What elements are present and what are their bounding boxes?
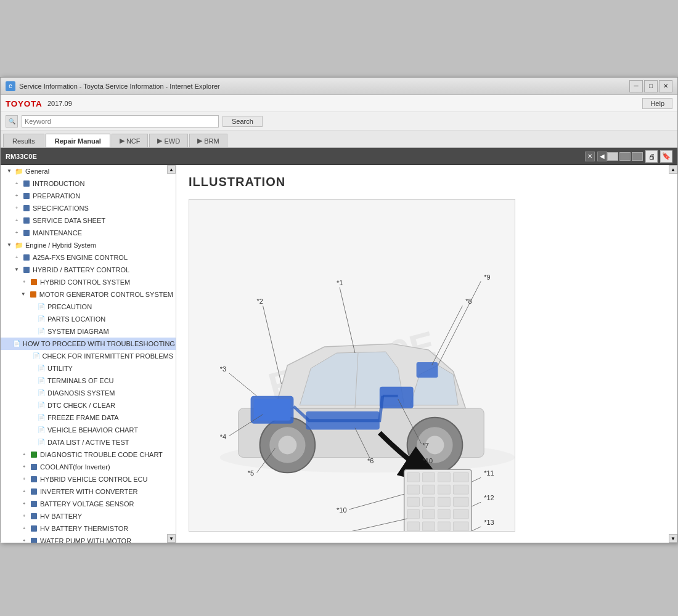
tree-node-vehicle-behavior[interactable]: 📄 VEHICLE BEHAVIOR CHART [1, 424, 176, 436]
bookmark-button[interactable]: 🔖 [660, 150, 672, 163]
doc-nav-back-button[interactable]: ◀ [597, 152, 607, 161]
icon-hv-battery-thermistor [29, 525, 39, 532]
icon-hv-battery [29, 513, 39, 520]
search-input[interactable] [22, 115, 219, 128]
tree-node-hybrid-battery[interactable]: ▼ HYBRID / BATTERY CONTROL [1, 264, 176, 276]
svg-text:*10: *10 [337, 506, 346, 514]
tab-results[interactable]: Results [3, 134, 44, 147]
tree-node-inverter[interactable]: + INVERTER WITH CONVERTER [1, 485, 176, 498]
icon-water-pump [29, 537, 39, 543]
icon-preparation [22, 192, 31, 200]
tree-node-hv-battery-thermistor[interactable]: + HV BATTERY THERMISTOR [1, 522, 176, 535]
svg-rect-23 [438, 485, 450, 494]
year-display: 2017.09 [47, 100, 72, 107]
content-scroll-up-button[interactable]: ▲ [669, 165, 677, 174]
content-scroll-down-button[interactable]: ▼ [669, 534, 677, 543]
svg-rect-17 [407, 472, 420, 482]
tree-node-introduction[interactable]: + INTRODUCTION [1, 177, 176, 190]
window-title: Service Information - Toyota Service Inf… [19, 83, 629, 90]
page-dot-2 [619, 152, 631, 161]
tree-node-water-pump[interactable]: + WATER PUMP WITH MOTOR [1, 535, 176, 543]
svg-point-5 [278, 436, 296, 455]
tree-node-hv-battery[interactable]: + HV BATTERY [1, 510, 176, 522]
svg-rect-20 [453, 472, 468, 482]
svg-rect-21 [407, 485, 420, 494]
doc-close-button[interactable]: ✕ [585, 152, 595, 161]
tree-node-diagnosis-system[interactable]: 📄 DIAGNOSIS SYSTEM [1, 387, 176, 399]
tree-node-hybrid-vehicle-ecu[interactable]: + HYBRID VEHICLE CONTROL ECU [1, 473, 176, 485]
svg-rect-30 [423, 509, 435, 519]
tree-node-maintenance[interactable]: + MAINTENANCE [1, 227, 176, 239]
help-button[interactable]: Help [642, 98, 672, 109]
svg-text:*4: *4 [220, 433, 226, 440]
icon-introduction [22, 180, 31, 187]
svg-rect-19 [438, 472, 450, 482]
svg-line-69 [340, 519, 407, 531]
svg-line-46 [263, 306, 282, 384]
doc-header: RM33C0E ✕ ◀ 🖨 🔖 [1, 148, 677, 165]
tab-repair-manual[interactable]: Repair Manual [46, 134, 110, 147]
tree-node-freeze-frame[interactable]: 📄 FREEZE FRAME DATA [1, 411, 176, 424]
tab-bar: Results Repair Manual ▶ NCF ▶ EWD ▶ BRM [1, 131, 677, 148]
tree-node-service-data[interactable]: + SERVICE DATA SHEET [1, 214, 176, 227]
doc-icon-precaution: 📄 [36, 303, 46, 310]
illustration-box: RM33C0E [189, 199, 515, 532]
svg-rect-33 [407, 522, 420, 531]
svg-text:*6: *6 [367, 457, 374, 464]
tab-ewd[interactable]: ▶ EWD [149, 134, 188, 147]
close-button[interactable]: ✕ [659, 80, 672, 92]
doc-icon-parts-location: 📄 [36, 315, 46, 323]
icon-battery-voltage [29, 500, 39, 508]
svg-text:*2: *2 [257, 298, 263, 305]
tree-node-terminals-ecu[interactable]: 📄 TERMINALS OF ECU [1, 375, 176, 387]
page-dot-3 [632, 152, 643, 161]
tree-node-coolant[interactable]: + COOLANT(for Inverter) [1, 461, 176, 473]
icon-dtc-chart [29, 451, 39, 458]
tree-scroll-down-button[interactable]: ▼ [167, 534, 176, 543]
icon-a25a [22, 254, 31, 261]
maximize-button[interactable]: □ [644, 80, 658, 92]
main-layout: ▲ ▼ 📁 General + INTRODUCTION + PREPARATI… [1, 165, 677, 543]
tree-node-parts-location[interactable]: 📄 PARTS LOCATION [1, 313, 176, 325]
doc-code: RM33C0E [6, 153, 585, 160]
tree-node-general[interactable]: ▼ 📁 General [1, 165, 176, 177]
tree-node-data-list[interactable]: 📄 DATA LIST / ACTIVE TEST [1, 436, 176, 448]
tree-node-engine-hybrid[interactable]: ▼ 📁 Engine / Hybrid System [1, 239, 176, 251]
tree-node-check-intermittent[interactable]: 📄 CHECK FOR INTERMITTENT PROBLEMS [1, 350, 176, 362]
tab-ncf[interactable]: ▶ NCF [112, 134, 149, 147]
expand-engine: ▼ [6, 241, 13, 249]
svg-rect-29 [407, 509, 420, 519]
minimize-button[interactable]: ─ [629, 80, 643, 92]
title-bar: e Service Information - Toyota Service I… [1, 78, 677, 95]
svg-text:*10: *10 [423, 457, 433, 464]
tab-brm[interactable]: ▶ BRM [189, 134, 227, 147]
tree-node-how-to-proceed[interactable]: 📄 HOW TO PROCEED WITH TROUBLESHOOTING [1, 338, 176, 350]
tree-node-specifications[interactable]: + SPECIFICATIONS [1, 202, 176, 214]
svg-text:*5: *5 [248, 469, 254, 477]
tree-node-dtc-check[interactable]: 📄 DTC CHECK / CLEAR [1, 399, 176, 411]
svg-rect-35 [438, 522, 450, 531]
doc-icon-check-intermittent: 📄 [31, 352, 41, 360]
svg-rect-18 [423, 472, 435, 482]
svg-line-67 [472, 527, 481, 531]
doc-icon-how-to-proceed: 📄 [12, 340, 22, 347]
print-button[interactable]: 🖨 [645, 150, 658, 163]
search-icon-button[interactable]: 🔍 [6, 115, 18, 128]
doc-icon-data-list: 📄 [36, 439, 46, 446]
tree-node-motor-gen[interactable]: ▼ MOTOR GENERATOR CONTROL SYSTEM [1, 288, 176, 301]
search-button[interactable]: Search [223, 116, 263, 127]
tree-node-hybrid-control[interactable]: + HYBRID CONTROL SYSTEM [1, 276, 176, 288]
menu-bar: TOYOTA 2017.09 Help [1, 95, 677, 112]
doc-icon-diagnosis: 📄 [36, 389, 46, 397]
tree-node-system-diagram[interactable]: 📄 SYSTEM DIAGRAM [1, 325, 176, 338]
tree-node-dtc-chart[interactable]: + DIAGNOSTIC TROUBLE CODE CHART [1, 448, 176, 461]
tree-node-precaution[interactable]: 📄 PRECAUTION [1, 301, 176, 313]
tree-node-a25a[interactable]: + A25A-FXS ENGINE CONTROL [1, 251, 176, 264]
tree-scroll-up-button[interactable]: ▲ [167, 165, 176, 174]
tree-node-preparation[interactable]: + PREPARATION [1, 190, 176, 202]
icon-hybrid-battery [22, 266, 31, 274]
svg-line-42 [438, 282, 481, 365]
tree-node-utility[interactable]: 📄 UTILITY [1, 362, 176, 375]
tree-node-battery-voltage[interactable]: + BATTERY VOLTAGE SENSOR [1, 498, 176, 510]
ie-icon: e [6, 81, 15, 91]
